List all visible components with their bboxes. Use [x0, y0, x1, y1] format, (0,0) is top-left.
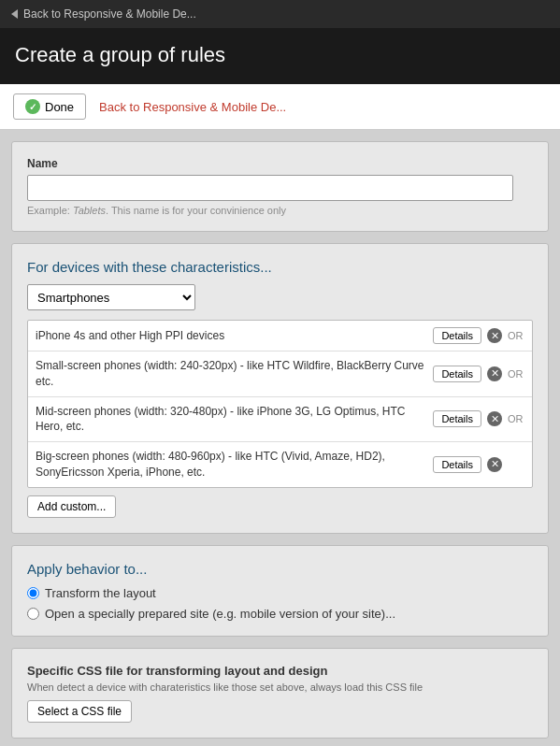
device-list: iPhone 4s and other High PPI devices Det…	[27, 320, 533, 488]
name-panel: Name Example: Tablets. This name is for …	[11, 141, 549, 232]
details-button[interactable]: Details	[433, 366, 481, 382]
behavior-radio-open-site[interactable]	[27, 608, 39, 620]
or-label	[508, 459, 524, 470]
hint-suffix: . This name is for your convinience only	[106, 205, 286, 216]
or-label: OR	[508, 368, 524, 380]
behavior-transform-label: Transform the layout	[45, 586, 156, 600]
device-row-text: Small-screen phones (width: 240-320px) -…	[36, 358, 427, 390]
back-arrow-icon	[11, 9, 18, 19]
behavior-option-transform[interactable]: Transform the layout	[27, 586, 533, 600]
device-row: iPhone 4s and other High PPI devices Det…	[28, 321, 532, 351]
css-panel-description: When detect a device with charateristics…	[27, 681, 533, 693]
hint-prefix: Example:	[27, 205, 73, 216]
device-select[interactable]: Smartphones Tablets Desktop Custom	[27, 284, 195, 310]
done-button[interactable]: ✓ Done	[13, 93, 86, 120]
done-check-icon: ✓	[25, 99, 40, 114]
top-nav: Back to Responsive & Mobile De...	[0, 0, 560, 28]
behavior-panel: Apply behavior to... Transform the layou…	[11, 545, 549, 637]
remove-icon[interactable]: ✕	[487, 366, 502, 381]
page-title: Create a group of rules	[15, 43, 545, 67]
behavior-open-site-label: Open a specially prepared site (e.g. mob…	[45, 607, 395, 621]
behavior-radio-transform[interactable]	[27, 587, 39, 599]
name-hint: Example: Tablets. This name is for your …	[27, 205, 533, 216]
device-row: Mid-screen phones (width: 320-480px) - l…	[28, 397, 532, 443]
toolbar: ✓ Done Back to Responsive & Mobile De...	[0, 84, 560, 130]
behavior-option-open-site[interactable]: Open a specially prepared site (e.g. mob…	[27, 607, 533, 621]
css-panel: Specific CSS file for transforming layou…	[11, 648, 549, 739]
top-nav-back-label[interactable]: Back to Responsive & Mobile De...	[23, 7, 196, 21]
device-row: Big-screen phones (width: 480-960px) - l…	[28, 442, 532, 487]
details-button[interactable]: Details	[433, 456, 481, 473]
or-label: OR	[508, 413, 524, 424]
page-header: Create a group of rules	[0, 28, 560, 84]
device-row: Small-screen phones (width: 240-320px) -…	[28, 351, 532, 397]
remove-icon[interactable]: ✕	[487, 328, 502, 343]
device-row-text: Big-screen phones (width: 480-960px) - l…	[36, 449, 427, 481]
css-panel-title: Specific CSS file for transforming layou…	[27, 664, 533, 678]
characteristics-title: For devices with these characteristics..…	[27, 259, 533, 275]
device-row-text: iPhone 4s and other High PPI devices	[36, 328, 427, 344]
device-row-text: Mid-screen phones (width: 320-480px) - l…	[36, 404, 427, 436]
add-custom-button[interactable]: Add custom...	[27, 495, 116, 518]
done-label: Done	[45, 100, 74, 114]
name-label: Name	[27, 157, 533, 170]
remove-icon[interactable]: ✕	[487, 411, 502, 426]
hint-italic: Tablets	[73, 205, 106, 216]
select-css-button[interactable]: Select a CSS file	[27, 700, 132, 723]
remove-icon[interactable]: ✕	[487, 457, 502, 472]
behavior-radio-group: Transform the layout Open a specially pr…	[27, 586, 533, 621]
name-input[interactable]	[27, 175, 513, 201]
or-label: OR	[508, 330, 524, 341]
content-area: Name Example: Tablets. This name is for …	[0, 130, 560, 746]
details-button[interactable]: Details	[433, 410, 481, 427]
details-button[interactable]: Details	[433, 327, 481, 344]
behavior-title: Apply behavior to...	[27, 561, 533, 577]
characteristics-panel: For devices with these characteristics..…	[11, 243, 549, 534]
back-link[interactable]: Back to Responsive & Mobile De...	[99, 100, 286, 114]
